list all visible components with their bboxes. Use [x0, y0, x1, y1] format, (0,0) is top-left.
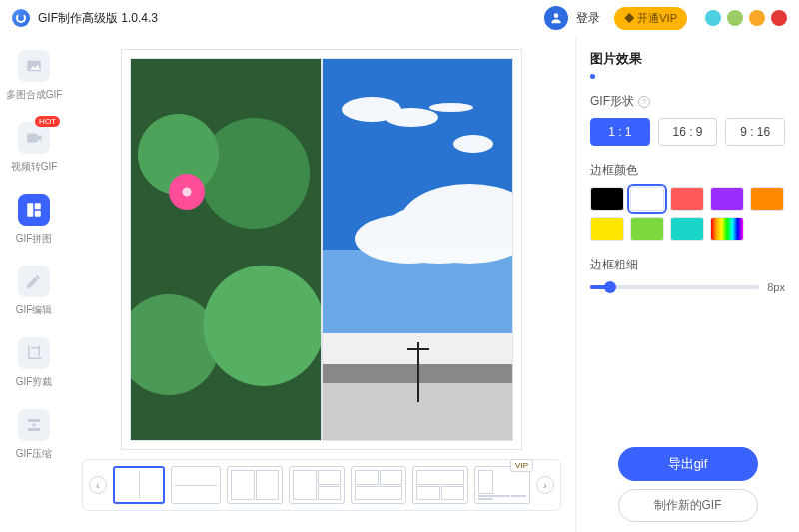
layout-option-6[interactable] — [412, 466, 468, 504]
color-yellow[interactable] — [590, 217, 624, 241]
nav-crop[interactable]: GIF剪裁 — [4, 337, 64, 389]
svg-marker-4 — [38, 135, 42, 141]
color-orange[interactable] — [750, 187, 784, 211]
svg-rect-7 — [35, 211, 41, 217]
open-vip-button[interactable]: 开通VIP — [614, 7, 687, 30]
diamond-icon — [624, 13, 634, 23]
nav-label: GIF编辑 — [16, 303, 53, 317]
hot-badge: HOT — [35, 116, 60, 127]
skin-icon[interactable] — [705, 10, 721, 26]
app-logo-icon — [12, 9, 30, 27]
nav-label: 多图合成GIF — [6, 88, 63, 102]
color-black[interactable] — [590, 187, 624, 211]
image-icon — [18, 50, 50, 82]
thickness-label: 边框粗细 — [590, 257, 785, 273]
color-purple[interactable] — [710, 187, 744, 211]
svg-point-0 — [554, 13, 559, 18]
accent-dot — [590, 74, 595, 79]
close-icon[interactable] — [771, 10, 787, 26]
shape-label: GIF形状 — [590, 93, 634, 110]
nav-compress[interactable]: GIF压缩 — [4, 409, 64, 461]
nav-label: GIF剪裁 — [16, 375, 53, 389]
color-custom[interactable] — [710, 217, 744, 241]
nav-label: GIF压缩 — [16, 447, 53, 461]
nav-multi-image[interactable]: 多图合成GIF — [4, 50, 64, 102]
color-teal[interactable] — [670, 217, 704, 241]
layout-option-3[interactable] — [227, 466, 283, 504]
preview-canvas[interactable] — [122, 50, 521, 449]
color-white[interactable] — [630, 187, 664, 211]
svg-rect-5 — [27, 203, 33, 217]
image-slot-2[interactable] — [322, 58, 513, 441]
right-panel: 图片效果 GIF形状? 1 : 1 16 : 9 9 : 16 边框颜色 边框粗… — [575, 36, 799, 532]
layout-option-5[interactable] — [351, 466, 406, 504]
nav-label: 视频转GIF — [11, 160, 58, 174]
svg-rect-6 — [35, 203, 41, 209]
pencil-icon — [18, 266, 50, 297]
pole — [417, 342, 419, 402]
vip-label: 开通VIP — [637, 11, 677, 26]
ratio-9-16[interactable]: 9 : 16 — [725, 118, 785, 146]
ratio-1-1[interactable]: 1 : 1 — [590, 118, 650, 146]
minimize-icon[interactable] — [727, 10, 743, 26]
compress-icon — [18, 409, 50, 441]
login-button[interactable]: 登录 — [576, 10, 600, 27]
color-green[interactable] — [630, 217, 664, 241]
nav-label: GIF拼图 — [16, 232, 53, 246]
layout-picker: ‹ VIP › — [82, 459, 561, 511]
collage-icon — [18, 194, 50, 226]
nav-video[interactable]: HOT 视频转GIF — [4, 122, 64, 174]
svg-rect-3 — [27, 134, 38, 143]
avatar-icon[interactable] — [544, 6, 568, 30]
border-color-label: 边框颜色 — [590, 162, 785, 179]
export-gif-button[interactable]: 导出gif — [618, 447, 758, 481]
thickness-value: 8px — [767, 281, 785, 293]
lotus-flower — [169, 174, 205, 210]
color-swatches — [590, 187, 785, 241]
image-slot-1[interactable] — [130, 58, 322, 441]
maximize-icon[interactable] — [749, 10, 765, 26]
sidebar: 多图合成GIF HOT 视频转GIF GIF拼图 GIF编辑 GIF剪裁 GIF… — [0, 36, 68, 532]
cloud — [380, 204, 499, 264]
color-red[interactable] — [670, 187, 704, 211]
layout-option-2[interactable] — [171, 466, 221, 504]
layout-option-1[interactable] — [113, 466, 165, 504]
lotus-image — [131, 59, 321, 440]
nav-collage[interactable]: GIF拼图 — [4, 194, 64, 246]
layout-option-4[interactable] — [289, 466, 345, 504]
layout-option-7[interactable]: VIP — [474, 466, 530, 504]
layout-next-button[interactable]: › — [536, 476, 554, 494]
app-title: GIF制作高级版 1.0.4.3 — [38, 10, 158, 27]
canvas-area: ‹ VIP › — [68, 36, 575, 532]
slider-thumb[interactable] — [604, 281, 616, 293]
help-icon[interactable]: ? — [638, 96, 650, 108]
panel-title: 图片效果 — [590, 50, 785, 68]
make-new-gif-button[interactable]: 制作新的GIF — [618, 489, 758, 522]
thickness-slider[interactable] — [590, 285, 759, 289]
vip-tag: VIP — [510, 459, 533, 472]
crop-icon — [18, 337, 50, 369]
layout-prev-button[interactable]: ‹ — [89, 476, 107, 494]
nav-edit[interactable]: GIF编辑 — [4, 266, 64, 317]
ratio-16-9[interactable]: 16 : 9 — [658, 118, 718, 146]
